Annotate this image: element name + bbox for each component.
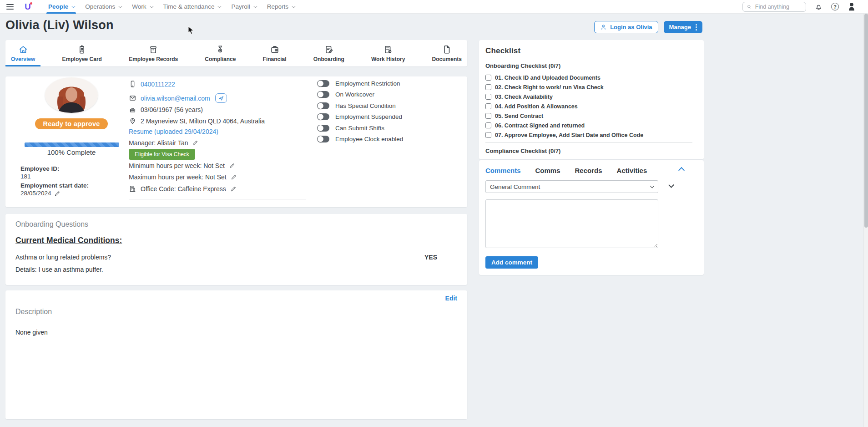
nav-item-operations[interactable]: Operations — [80, 0, 126, 13]
checkbox[interactable] — [485, 75, 491, 81]
edit-pencil-icon[interactable] — [230, 186, 237, 192]
medical-conditions-title: Current Medical Conditions: — [15, 236, 122, 245]
checkbox[interactable] — [485, 84, 491, 90]
phone-link[interactable]: 0400111222 — [141, 81, 175, 88]
person-icon — [600, 24, 607, 30]
topbar-right-actions: ? — [742, 2, 868, 12]
edit-description-link[interactable]: Edit — [445, 295, 457, 302]
tab-employee-records[interactable]: Employee Records — [123, 40, 183, 66]
comment-textarea[interactable] — [485, 199, 658, 248]
scrollbar-thumb[interactable] — [864, 14, 868, 228]
manage-button[interactable]: Manage — [664, 21, 702, 33]
global-search[interactable] — [742, 2, 806, 12]
page-scrollbar[interactable] — [863, 0, 868, 427]
home-icon — [18, 45, 28, 55]
add-comment-button[interactable]: Add comment — [485, 256, 538, 269]
nav-item-work[interactable]: Work — [126, 0, 157, 13]
nav-item-payroll[interactable]: Payroll — [226, 0, 261, 13]
checkbox[interactable] — [485, 94, 491, 100]
edit-pencil-icon[interactable] — [229, 163, 235, 169]
question-answer: YES — [424, 254, 437, 261]
hamburger-menu-icon[interactable] — [6, 4, 14, 10]
nav-item-people[interactable]: People — [43, 0, 80, 13]
notifications-bell-icon[interactable] — [814, 2, 823, 11]
mobile-phone-icon — [129, 80, 136, 88]
collapse-chevron-up-icon[interactable] — [678, 167, 685, 173]
search-input[interactable] — [755, 4, 802, 10]
checkbox[interactable] — [485, 132, 491, 138]
top-navigation-bar: U People Operations Work Time & attendan… — [0, 0, 868, 14]
edit-pencil-icon[interactable] — [231, 174, 237, 180]
building-icon — [129, 185, 136, 193]
location-pin-icon — [129, 117, 136, 125]
document-icon — [442, 45, 452, 55]
checklist-item-1[interactable]: 01. Check ID and Uploaded Documents — [485, 73, 697, 82]
birth-date-text: 03/06/1967 (56 years) — [141, 106, 203, 113]
checkbox[interactable] — [485, 122, 491, 128]
comments-card: Comments Comms Records Activities Genera… — [479, 160, 704, 275]
employee-clock-toggle[interactable] — [317, 136, 329, 142]
on-workcover-toggle[interactable] — [317, 91, 329, 98]
email-link[interactable]: olivia.wilson@email.com — [141, 95, 210, 102]
employee-id-label: Employee ID: — [20, 165, 60, 172]
checklist-item-2[interactable]: 02. Check Right to work/ run Visa Check — [485, 82, 697, 92]
nav-item-time-attendance[interactable]: Time & attendance — [158, 0, 226, 13]
help-icon[interactable]: ? — [831, 3, 839, 10]
tab-records[interactable]: Records — [575, 167, 602, 174]
edit-pencil-icon[interactable] — [54, 190, 61, 197]
checklist-item-5[interactable]: 05. Send Contract — [485, 111, 697, 121]
visa-check-badge[interactable]: Eligible for Visa Check — [129, 149, 195, 160]
description-card: Edit Description None given — [5, 290, 467, 419]
manager-text: Manager: Alistair Tan — [129, 139, 188, 147]
tab-documents[interactable]: Documents — [427, 40, 467, 66]
tab-work-history[interactable]: Work History — [366, 40, 410, 66]
compliance-checklist-title: Compliance Checklist (0/7) — [485, 147, 697, 154]
checklist-item-3[interactable]: 03. Check Availability — [485, 92, 697, 102]
checkbox[interactable] — [485, 113, 491, 119]
address-text: 2 Mayneview St, Milton QLD 4064, Austral… — [141, 117, 265, 125]
send-email-button[interactable] — [215, 93, 227, 103]
tab-comms[interactable]: Comms — [535, 167, 560, 174]
profile-photo[interactable] — [45, 77, 98, 113]
main-nav: People Operations Work Time & attendance… — [43, 0, 300, 13]
profile-progress-bar — [25, 142, 119, 147]
onboarding-questions-card: Onboarding Questions Current Medical Con… — [5, 214, 467, 285]
checklist-item-6[interactable]: 06. Contract Signed and returned — [485, 121, 697, 130]
employment-suspended-toggle[interactable] — [317, 113, 329, 120]
tab-compliance[interactable]: Compliance — [199, 40, 241, 66]
manager-row: Manager: Alistair Tan — [129, 139, 198, 147]
tab-comments[interactable]: Comments — [485, 167, 521, 174]
tab-employee-card[interactable]: Employee Card — [57, 40, 107, 66]
employment-restriction-toggle[interactable] — [317, 80, 329, 87]
user-avatar-icon[interactable] — [847, 2, 856, 12]
paper-plane-icon — [218, 95, 224, 102]
checklist-card: Checklist Onboarding Checklist (0/7) 01.… — [479, 40, 704, 159]
comment-type-select[interactable]: General Comment — [485, 180, 658, 193]
chevron-down-icon — [71, 4, 75, 8]
medal-icon — [215, 45, 225, 55]
brand-logo[interactable]: U — [23, 2, 33, 12]
can-submit-shifts-toggle[interactable] — [317, 125, 329, 132]
kebab-menu-icon[interactable] — [696, 24, 697, 30]
resume-link[interactable]: Resume (uploaded 29/04/2024) — [129, 128, 218, 135]
tab-overview[interactable]: Overview — [5, 40, 40, 66]
divider — [485, 142, 692, 143]
checkbox[interactable] — [485, 103, 491, 109]
description-heading: Description — [15, 308, 52, 316]
tab-financial[interactable]: Financial — [257, 40, 292, 66]
employee-profile-page: U People Operations Work Time & attendan… — [0, 0, 868, 427]
expand-chevron-down-icon[interactable] — [668, 182, 674, 188]
toggle-row-can-submit-shifts: Can Submit Shifts — [317, 125, 384, 132]
wallet-icon — [270, 45, 280, 55]
checklist-item-4[interactable]: 04. Add Position & Allowances — [485, 102, 697, 111]
nav-item-reports[interactable]: Reports — [262, 0, 300, 13]
tab-onboarding[interactable]: Onboarding — [308, 40, 350, 66]
checklist-item-7[interactable]: 07. Approve Employee, Add Start Date and… — [485, 130, 697, 140]
profile-toggles-column: Employment Restriction On Workcover Has … — [317, 76, 463, 207]
has-special-condition-toggle[interactable] — [317, 102, 329, 109]
chevron-down-icon — [218, 4, 222, 8]
tab-activities[interactable]: Activities — [617, 167, 647, 174]
edit-pencil-icon[interactable] — [192, 140, 198, 146]
login-as-button[interactable]: Login as Olivia — [594, 21, 658, 33]
chevron-down-icon — [292, 4, 295, 8]
